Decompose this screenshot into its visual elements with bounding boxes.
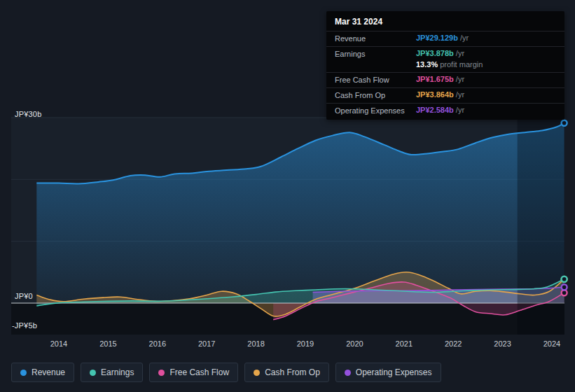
legend-label: Cash From Op (265, 368, 320, 377)
tooltip-row-cash-from-op: Cash From Op JP¥3.864b/yr (326, 88, 564, 103)
legend-dot-revenue (20, 370, 27, 376)
legend-dot-earnings (90, 370, 96, 376)
legend-label: Free Cash Flow (169, 368, 229, 377)
x-axis-label-2017: 2017 (194, 340, 219, 348)
x-axis-label-2018: 2018 (244, 340, 269, 348)
legend-item-cash-from-op[interactable]: Cash From Op (244, 363, 329, 382)
legend-label: Revenue (32, 368, 65, 377)
tooltip-row-label: Revenue (335, 34, 416, 43)
x-axis-label-2020: 2020 (342, 340, 367, 348)
legend: RevenueEarningsFree Cash FlowCash From O… (11, 363, 441, 382)
marker-operating-expenses[interactable] (562, 284, 567, 290)
tooltip-row-operating-expenses: Operating Expenses JP¥2.584b/yr (326, 103, 564, 118)
y-axis-label-30b: JP¥30b (15, 110, 42, 118)
tooltip-row-earnings: Earnings JP¥3.878b/yr 13.3%profit margin (326, 46, 564, 72)
highlight-band (518, 118, 564, 335)
y-axis-label-0: JP¥0 (15, 292, 33, 300)
x-axis-label-2016: 2016 (145, 340, 170, 348)
legend-label: Earnings (101, 368, 134, 377)
legend-label: Operating Expenses (356, 368, 432, 377)
tooltip-row-value: JP¥29.129b/yr (416, 34, 469, 43)
x-axis-label-2021: 2021 (392, 340, 417, 348)
marker-earnings[interactable] (562, 276, 567, 282)
tooltip-date: Mar 31 2024 (326, 11, 564, 31)
legend-dot-cash-from-op (254, 370, 260, 376)
marker-revenue[interactable] (562, 120, 567, 126)
profit-margin: 13.3%profit margin (416, 60, 483, 69)
x-axis-label-2014: 2014 (46, 340, 71, 348)
legend-item-free-cash-flow[interactable]: Free Cash Flow (149, 363, 238, 382)
tooltip-row-value: JP¥2.584b/yr (416, 106, 464, 115)
marker-free-cash-flow[interactable] (562, 290, 567, 295)
legend-dot-free-cash-flow (158, 370, 165, 376)
x-axis-label-2015: 2015 (95, 340, 120, 348)
x-axis-label-2023: 2023 (490, 340, 515, 348)
tooltip-row-label: Cash From Op (335, 90, 416, 100)
tooltip-row-revenue: Revenue JP¥29.129b/yr (326, 31, 564, 46)
x-axis-label-2022: 2022 (441, 340, 466, 348)
tooltip-row-value: JP¥3.878b/yr 13.3%profit margin (416, 49, 483, 69)
tooltip: Mar 31 2024 Revenue JP¥29.129b/yr Earnin… (326, 11, 564, 120)
tooltip-row-label: Earnings (335, 49, 416, 59)
tooltip-row-label: Operating Expenses (335, 106, 416, 115)
y-axis-label-neg5b: -JP¥5b (12, 321, 37, 330)
legend-dot-operating-expenses (345, 370, 351, 376)
tooltip-row-free-cash-flow: Free Cash Flow JP¥1.675b/yr (326, 72, 564, 88)
tooltip-row-label: Free Cash Flow (335, 75, 416, 85)
legend-item-operating-expenses[interactable]: Operating Expenses (335, 363, 441, 382)
x-axis-label-2024: 2024 (539, 340, 564, 348)
tooltip-row-value: JP¥3.864b/yr (416, 90, 464, 99)
legend-item-revenue[interactable]: Revenue (11, 363, 74, 382)
tooltip-row-value: JP¥1.675b/yr (416, 75, 464, 84)
x-axis-label-2019: 2019 (293, 340, 318, 348)
legend-item-earnings[interactable]: Earnings (81, 363, 143, 382)
